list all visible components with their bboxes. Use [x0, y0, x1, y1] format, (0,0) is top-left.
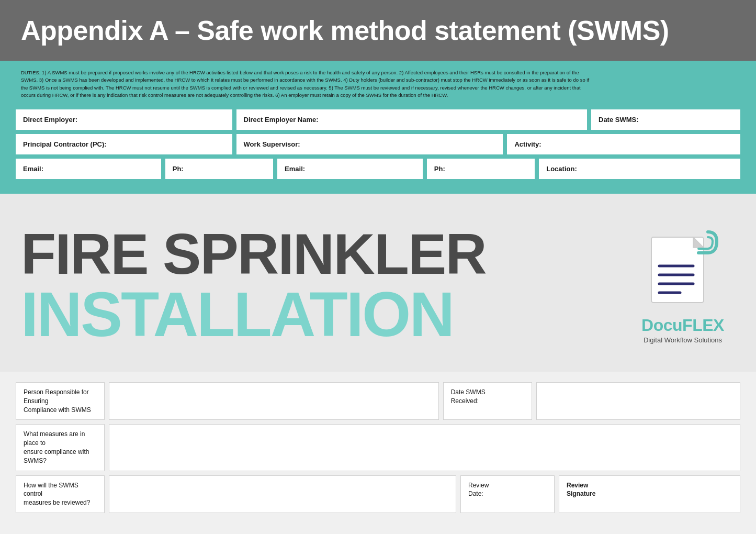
logo-name: DocuFLEX — [641, 316, 724, 335]
field-date-received-value[interactable] — [536, 382, 740, 420]
field-review-date-label: Review Date: — [468, 481, 489, 499]
logo-area: DocuFLEX Digital Workflow Solutions — [630, 227, 735, 344]
field-review-signature-box[interactable]: Review Signature — [559, 475, 740, 513]
bottom-row-2: What measures are in place to ensure com… — [16, 424, 740, 471]
logo-tagline: Digital Workflow Solutions — [644, 336, 722, 344]
field-person-label: Person Responsible for Ensuring Complian… — [16, 382, 105, 420]
field-review-date-box: Review Date: — [460, 475, 555, 513]
logo-name-part2: FLEX — [682, 316, 724, 335]
field-location-label: Location: — [546, 165, 577, 173]
field-work-supervisor-label: Work Supervisor: — [244, 140, 300, 148]
field-date-received-label: Date SWMS Received: — [443, 382, 532, 420]
field-ph1[interactable]: Ph: — [165, 159, 273, 179]
hero-text: FIRE SPRINKLER INSTALLATION — [21, 225, 610, 346]
duties-text: DUTIES: 1) A SWMS must be prepared if pr… — [21, 69, 596, 99]
top-form-section: Direct Employer: Direct Employer Name: D… — [0, 104, 756, 194]
form-row-1: Direct Employer: Direct Employer Name: D… — [16, 109, 740, 130]
field-measures-responsible-label: What measures are in place to ensure com… — [24, 430, 97, 465]
review-row: How will the SWMS control measures be re… — [16, 475, 740, 513]
bottom-section: Person Responsible for Ensuring Complian… — [0, 372, 756, 529]
form-row-3: Email: Ph: Email: Ph: Location: — [16, 159, 740, 179]
field-activity[interactable]: Activity: — [507, 134, 740, 154]
field-measures-label: What measures are in place to ensure com… — [16, 424, 105, 471]
field-review-signature-label: Review Signature — [567, 481, 595, 499]
docuflex-logo-icon — [646, 227, 719, 310]
field-date-swms-top[interactable]: Date SWMS: — [591, 109, 740, 130]
field-date-swms-received-label: Date SWMS Received: — [451, 388, 486, 406]
field-email1-label: Email: — [23, 165, 43, 173]
field-direct-employer-label: Direct Employer: — [23, 116, 77, 124]
field-activity-label: Activity: — [514, 140, 541, 148]
field-pc-label: Principal Contractor (PC): — [23, 140, 107, 148]
field-location[interactable]: Location: — [539, 159, 740, 179]
field-direct-employer-name-label: Direct Employer Name: — [244, 116, 319, 124]
field-direct-employer[interactable]: Direct Employer: — [16, 109, 232, 130]
form-row-2: Principal Contractor (PC): Work Supervis… — [16, 134, 740, 154]
field-person-value[interactable] — [109, 382, 439, 420]
field-email1[interactable]: Email: — [16, 159, 161, 179]
field-pc[interactable]: Principal Contractor (PC): — [16, 134, 232, 154]
field-date-swms-label: Date SWMS: — [599, 116, 639, 124]
logo-name-part1: Docu — [641, 316, 682, 335]
field-person-responsible-label: Person Responsible for Ensuring Complian… — [24, 388, 97, 414]
hero-section: FIRE SPRINKLER INSTALLATION DocuFLEX Dig… — [0, 194, 756, 372]
hero-line1: FIRE SPRINKLER — [21, 225, 610, 283]
field-measures-value[interactable] — [109, 424, 740, 471]
header: Appendix A – Safe work method statement … — [0, 0, 756, 61]
field-how-swms-label: How will the SWMS control measures be re… — [24, 481, 97, 507]
field-ph2-label: Ph: — [434, 165, 445, 173]
bottom-row-1: Person Responsible for Ensuring Complian… — [16, 382, 740, 420]
field-how-value[interactable] — [109, 475, 456, 513]
duties-section: DUTIES: 1) A SWMS must be prepared if pr… — [0, 61, 756, 104]
page-title: Appendix A – Safe work method statement … — [21, 15, 735, 46]
field-ph2[interactable]: Ph: — [427, 159, 535, 179]
field-email2[interactable]: Email: — [277, 159, 423, 179]
field-work-supervisor[interactable]: Work Supervisor: — [236, 134, 503, 154]
field-email2-label: Email: — [285, 165, 305, 173]
hero-line2: INSTALLATION — [21, 283, 610, 346]
field-direct-employer-name[interactable]: Direct Employer Name: — [236, 109, 588, 130]
field-ph1-label: Ph: — [173, 165, 184, 173]
field-how-label: How will the SWMS control measures be re… — [16, 475, 105, 513]
